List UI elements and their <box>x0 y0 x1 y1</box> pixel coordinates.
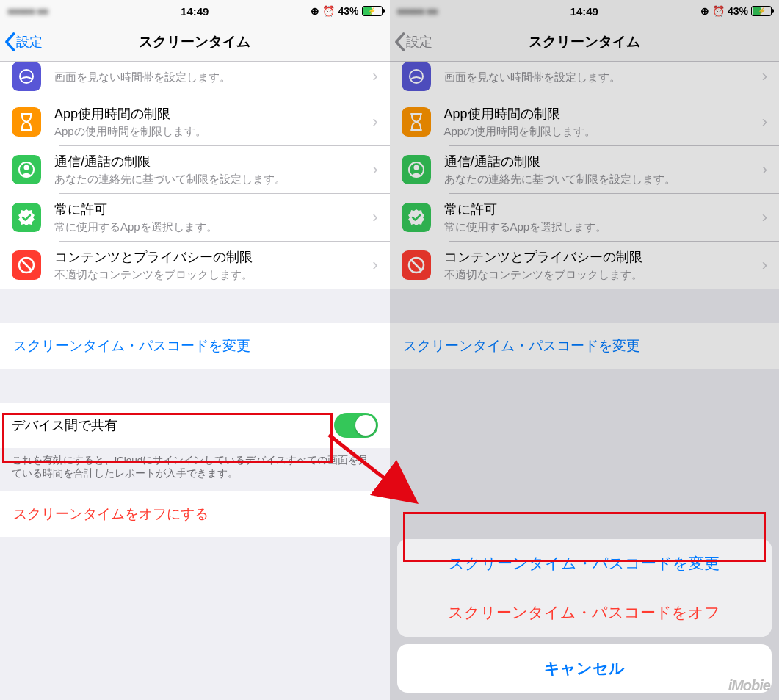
svg-point-2 <box>24 165 29 170</box>
no-entry-icon <box>402 250 431 280</box>
status-right: ⊕ ⏰ 43% ⚡ <box>311 5 382 17</box>
carrier-blurred: ●●●●● ●● <box>7 5 48 17</box>
contact-icon <box>402 155 431 184</box>
change-passcode-link[interactable]: スクリーンタイム・パスコードを変更 <box>0 323 390 369</box>
chevron-right-icon: › <box>762 112 767 131</box>
battery-icon: ⚡ <box>362 6 383 16</box>
battery-icon: ⚡ <box>751 6 772 16</box>
content-sub: 不適切なコンテンツをブロックします。 <box>54 267 372 282</box>
toggle-switch[interactable] <box>334 413 378 438</box>
comm-sub: あなたの連絡先に基づいて制限を設定します。 <box>54 172 372 187</box>
always-title: 常に許可 <box>444 201 762 218</box>
chevron-right-icon: › <box>762 208 767 227</box>
always-title: 常に許可 <box>54 201 372 218</box>
no-entry-icon <box>12 250 41 280</box>
change-passcode-link: スクリーンタイム・パスコードを変更 <box>390 323 780 369</box>
row-always[interactable]: 常に許可 常に使用するAppを選択します。 › <box>0 194 390 242</box>
row-comm[interactable]: 通信/通話の制限 あなたの連絡先に基づいて制限を設定します。 › <box>0 146 390 194</box>
row-downtime: 画面を見ない時間帯を設定します。 › <box>390 62 780 98</box>
comm-sub: あなたの連絡先に基づいて制限を設定します。 <box>444 172 762 187</box>
applimit-sub: Appの使用時間を制限します。 <box>54 124 372 139</box>
always-sub: 常に使用するAppを選択します。 <box>54 220 372 234</box>
chevron-right-icon: › <box>372 160 377 179</box>
turn-off-link[interactable]: スクリーンタイムをオフにする <box>0 491 390 537</box>
nav-title: スクリーンタイム <box>529 32 640 51</box>
chevron-right-icon: › <box>762 256 767 275</box>
row-always: 常に許可 常に使用するAppを選択します。 › <box>390 194 780 242</box>
downtime-icon <box>402 62 431 91</box>
status-time: 14:49 <box>570 5 598 18</box>
svg-point-7 <box>413 165 419 170</box>
hourglass-icon <box>402 107 431 137</box>
row-applimit[interactable]: App使用時間の制限 Appの使用時間を制限します。 › <box>0 98 390 146</box>
chevron-right-icon: › <box>372 67 377 86</box>
chevron-right-icon: › <box>762 160 767 179</box>
alarm-icon: ⏰ <box>322 5 335 17</box>
row-share-devices[interactable]: デバイス間で共有 <box>0 403 390 448</box>
action-cancel[interactable]: キャンセル <box>397 644 772 693</box>
nav-title: スクリーンタイム <box>139 32 250 51</box>
chevron-left-icon <box>3 32 16 52</box>
back-label: 設定 <box>16 33 43 51</box>
applimit-title: App使用時間の制限 <box>54 106 372 123</box>
content-title: コンテンツとプライバシーの制限 <box>444 249 762 266</box>
row-content[interactable]: コンテンツとプライバシーの制限 不適切なコンテンツをブロックします。 › <box>0 242 390 289</box>
content-title: コンテンツとプライバシーの制限 <box>54 249 372 266</box>
back-label: 設定 <box>406 33 432 51</box>
row-downtime[interactable]: 画面を見ない時間帯を設定します。 › <box>0 62 390 98</box>
status-time: 14:49 <box>181 5 209 18</box>
row-comm: 通信/通話の制限 あなたの連絡先に基づいて制限を設定します。 › <box>390 146 780 194</box>
chevron-right-icon: › <box>762 67 767 86</box>
hourglass-icon <box>12 107 41 137</box>
comm-title: 通信/通話の制限 <box>444 154 762 170</box>
back-button[interactable]: 設定 <box>0 32 43 52</box>
action-sheet: スクリーンタイム・パスコードを変更 スクリーンタイム・パスコードをオフ キャンセ… <box>390 532 780 700</box>
share-footer: これを有効にすると、iCloudにサインインしているデバイスすべての画面を見てい… <box>0 448 390 492</box>
status-right: ⊕ ⏰ 43% ⚡ <box>700 5 772 17</box>
svg-line-9 <box>411 260 421 270</box>
status-bar: ●●●●● ●● 14:49 ⊕ ⏰ 43% ⚡ <box>0 0 390 22</box>
share-title: デバイス間で共有 <box>12 416 117 434</box>
carrier-blurred: ●●●●● ●● <box>397 5 438 17</box>
always-sub: 常に使用するAppを選択します。 <box>444 220 762 234</box>
status-bar: ●●●●● ●● 14:49 ⊕ ⏰ 43% ⚡ <box>390 0 780 22</box>
downtime-sub: 画面を見ない時間帯を設定します。 <box>54 70 372 84</box>
svg-line-4 <box>21 260 32 270</box>
alarm-icon: ⏰ <box>712 5 725 17</box>
back-button: 設定 <box>390 32 432 52</box>
comm-title: 通信/通話の制限 <box>54 154 372 170</box>
action-change-passcode[interactable]: スクリーンタイム・パスコードを変更 <box>397 539 772 588</box>
phone-left: ●●●●● ●● 14:49 ⊕ ⏰ 43% ⚡ 設定 スクリーンタイム <box>0 0 390 700</box>
watermark: iMobie <box>728 677 770 694</box>
battery-percent: 43% <box>728 5 748 17</box>
chevron-left-icon <box>393 32 406 52</box>
applimit-title: App使用時間の制限 <box>444 106 762 123</box>
downtime-sub: 画面を見ない時間帯を設定します。 <box>444 70 762 84</box>
rotation-lock-icon: ⊕ <box>700 5 709 17</box>
chevron-right-icon: › <box>372 256 377 275</box>
action-turn-off-passcode[interactable]: スクリーンタイム・パスコードをオフ <box>397 588 772 637</box>
battery-percent: 43% <box>338 5 358 17</box>
content-sub: 不適切なコンテンツをブロックします。 <box>444 267 762 282</box>
chevron-right-icon: › <box>372 112 377 131</box>
applimit-sub: Appの使用時間を制限します。 <box>444 124 762 139</box>
downtime-icon <box>12 62 41 91</box>
contact-icon <box>12 155 41 184</box>
action-group: スクリーンタイム・パスコードを変更 スクリーンタイム・パスコードをオフ <box>397 539 772 637</box>
check-badge-icon <box>12 203 41 232</box>
row-content: コンテンツとプライバシーの制限 不適切なコンテンツをブロックします。 › <box>390 242 780 289</box>
row-applimit: App使用時間の制限 Appの使用時間を制限します。 › <box>390 98 780 146</box>
phone-right: ●●●●● ●● 14:49 ⊕ ⏰ 43% ⚡ 設定 スクリーンタイム 画面を… <box>390 0 780 700</box>
chevron-right-icon: › <box>372 208 377 227</box>
nav-bar: 設定 スクリーンタイム <box>390 22 780 62</box>
rotation-lock-icon: ⊕ <box>311 5 319 17</box>
check-badge-icon <box>402 203 431 232</box>
nav-bar: 設定 スクリーンタイム <box>0 22 390 62</box>
settings-list[interactable]: 画面を見ない時間帯を設定します。 › App使用時間の制限 Appの使用時間を制… <box>0 62 390 700</box>
